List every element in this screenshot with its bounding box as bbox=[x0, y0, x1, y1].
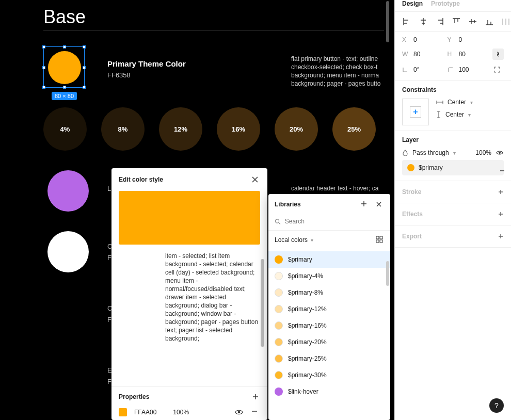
resize-handle[interactable] bbox=[63, 45, 66, 49]
blend-mode-select[interactable]: Pass through▾ bbox=[402, 149, 456, 156]
align-top-button[interactable] bbox=[452, 17, 461, 26]
libraries-scrollbar[interactable] bbox=[386, 261, 389, 286]
plus-icon: + bbox=[413, 107, 418, 117]
color-style-item[interactable]: $link-hover bbox=[268, 383, 390, 400]
close-button[interactable] bbox=[250, 174, 260, 185]
rotation-field[interactable]: 0° bbox=[402, 66, 444, 73]
constrain-proportions-toggle[interactable] bbox=[492, 49, 504, 60]
close-button[interactable] bbox=[374, 199, 384, 209]
color-style-item[interactable]: $primary-30% bbox=[268, 367, 390, 383]
libraries-popover[interactable]: Libraries Local colors ▾ $primar bbox=[268, 194, 390, 420]
resize-handle[interactable] bbox=[83, 86, 86, 89]
grid-view-toggle[interactable] bbox=[376, 236, 384, 244]
color-style-item[interactable]: $primary-16% bbox=[268, 317, 390, 334]
hex-value[interactable]: FFAA00 bbox=[134, 409, 156, 416]
resize-handle[interactable] bbox=[83, 66, 86, 69]
tint-swatch[interactable]: 8% bbox=[101, 107, 145, 151]
align-hcenter-button[interactable] bbox=[419, 17, 428, 26]
link-hover-desc: calendar header text - hover; ca bbox=[291, 185, 378, 192]
libraries-search[interactable] bbox=[268, 215, 390, 231]
constraints-widget[interactable]: + bbox=[402, 99, 429, 125]
align-bottom-button[interactable] bbox=[485, 17, 494, 26]
color-style-item[interactable]: $primary-25% bbox=[268, 350, 390, 367]
add-property-button[interactable] bbox=[251, 392, 260, 401]
edit-color-style-popover[interactable]: Edit color style item - selected; list i… bbox=[111, 168, 267, 420]
color-property-row[interactable]: FFAA00 100% bbox=[111, 405, 267, 420]
color-style-item[interactable]: $primary-8% bbox=[268, 284, 390, 301]
color-preview-swatch[interactable] bbox=[119, 191, 260, 245]
color-style-item[interactable]: $primary bbox=[268, 251, 390, 268]
export-section-header[interactable]: Export bbox=[395, 225, 511, 248]
x-field[interactable]: X0 bbox=[402, 36, 444, 43]
align-top-icon bbox=[452, 17, 461, 26]
link-hover-circle[interactable] bbox=[47, 170, 89, 212]
help-button[interactable]: ? bbox=[489, 398, 504, 413]
popover-scrollbar[interactable] bbox=[261, 259, 264, 347]
tint-row: 4%8%12%16%20%25% bbox=[43, 107, 376, 151]
align-hcenter-icon bbox=[419, 17, 428, 26]
layer-section: Layer Pass through▾ 100% $primary bbox=[395, 131, 511, 181]
eye-icon[interactable] bbox=[496, 149, 504, 157]
swatch-description: flat primary button - text; outline chec… bbox=[291, 55, 394, 88]
tab-prototype[interactable]: Prototype bbox=[431, 0, 460, 7]
stroke-section-header[interactable]: Stroke bbox=[395, 181, 511, 203]
h-field[interactable]: H80 bbox=[448, 51, 490, 58]
svg-point-0 bbox=[238, 411, 241, 414]
style-description[interactable]: item - selected; list item background - … bbox=[165, 252, 259, 351]
align-right-button[interactable] bbox=[435, 17, 444, 26]
selection-dimensions-badge: 80 × 80 bbox=[52, 92, 77, 100]
color-style-item[interactable]: $primary-12% bbox=[268, 301, 390, 317]
truncated-label: L bbox=[107, 185, 111, 192]
add-library-button[interactable] bbox=[359, 199, 369, 208]
tab-design[interactable]: Design bbox=[402, 0, 423, 7]
tint-swatch[interactable]: 25% bbox=[332, 107, 376, 151]
fill-style-chip[interactable]: $primary bbox=[402, 160, 504, 175]
tint-swatch[interactable]: 12% bbox=[159, 107, 202, 151]
color-dot bbox=[275, 321, 283, 330]
tint-swatch[interactable]: 4% bbox=[43, 107, 87, 151]
plus-icon[interactable] bbox=[498, 189, 504, 195]
truncated-label: F bbox=[107, 316, 111, 324]
vertical-constraint-select[interactable]: Center▾ bbox=[436, 111, 473, 118]
resize-handle[interactable] bbox=[42, 45, 45, 49]
resize-handle[interactable] bbox=[83, 45, 86, 49]
y-field[interactable]: Y0 bbox=[448, 36, 490, 43]
color-chip[interactable] bbox=[119, 408, 127, 416]
color-style-item[interactable]: $primary-20% bbox=[268, 334, 390, 350]
style-name: $primary-12% bbox=[288, 305, 327, 313]
tint-swatch[interactable]: 16% bbox=[217, 107, 260, 151]
opacity-value[interactable]: 100% bbox=[173, 409, 189, 416]
tint-swatch[interactable]: 20% bbox=[275, 107, 318, 151]
detach-style-button[interactable] bbox=[498, 166, 507, 175]
plus-icon[interactable] bbox=[498, 233, 504, 239]
distribute-button[interactable] bbox=[501, 17, 510, 26]
layer-opacity-field[interactable]: 100% bbox=[475, 149, 491, 156]
fill-color-dot bbox=[407, 164, 414, 171]
white-circle[interactable] bbox=[47, 231, 89, 272]
svg-rect-5 bbox=[380, 240, 382, 243]
effects-section-header[interactable]: Effects bbox=[395, 203, 511, 225]
search-input[interactable] bbox=[285, 218, 384, 225]
selected-layer-primary-circle[interactable] bbox=[43, 46, 85, 88]
independent-corners-toggle[interactable] bbox=[492, 65, 502, 74]
w-field[interactable]: W80 bbox=[402, 51, 444, 58]
color-group-dropdown[interactable]: Local colors ▾ bbox=[275, 236, 313, 244]
resize-handle[interactable] bbox=[42, 66, 45, 69]
align-vcenter-button[interactable] bbox=[468, 17, 477, 26]
plus-icon[interactable] bbox=[498, 211, 504, 217]
horizontal-constraint-select[interactable]: Center▾ bbox=[436, 99, 473, 106]
color-style-item[interactable]: $primary-4% bbox=[268, 268, 390, 284]
remove-property-button[interactable] bbox=[251, 408, 260, 417]
align-right-icon bbox=[435, 17, 444, 26]
frame-scrollbar[interactable] bbox=[386, 1, 389, 42]
svg-rect-2 bbox=[376, 236, 379, 239]
constraints-section: Constraints + Center▾ Center▾ bbox=[395, 81, 511, 131]
corner-radius-field[interactable]: 100 bbox=[448, 66, 490, 73]
resize-handle[interactable] bbox=[42, 86, 45, 89]
angle-icon bbox=[402, 67, 408, 73]
resize-handle[interactable] bbox=[63, 86, 66, 89]
visibility-toggle[interactable] bbox=[234, 408, 244, 417]
align-left-button[interactable] bbox=[402, 17, 411, 26]
color-style-list[interactable]: $primary$primary-4%$primary-8%$primary-1… bbox=[268, 249, 390, 420]
grid-icon bbox=[376, 236, 383, 243]
